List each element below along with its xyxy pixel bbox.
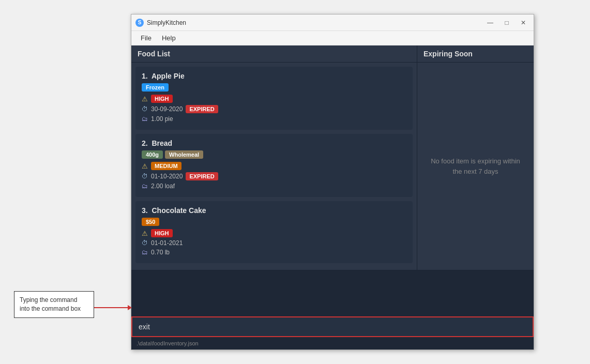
food-item-1-tags: Frozen: [142, 83, 406, 92]
clock-icon: ⏱: [142, 105, 148, 113]
tag-s50: $50: [142, 218, 159, 226]
food-item-2: 2. Bread 400g Wholemeal ⚠ MEDIUM ⏱: [135, 134, 413, 197]
priority-icon: ⚠: [142, 162, 148, 170]
app-window: S SimplyKitchen — □ ✕ File Help Food Lis…: [131, 14, 534, 350]
box-icon: 🗂: [142, 183, 148, 190]
app-logo: S: [135, 19, 144, 27]
maximize-button[interactable]: □: [501, 18, 513, 28]
command-input[interactable]: [132, 317, 533, 336]
food-item-3-qty: 🗂 0.70 lb: [142, 249, 406, 256]
food-item-3-qty-value: 0.70 lb: [151, 249, 170, 256]
food-item-2-date-value: 01-10-2020: [151, 173, 183, 180]
expired-badge: EXPIRED: [186, 172, 218, 180]
logo-letter: S: [138, 20, 142, 25]
close-button[interactable]: ✕: [517, 18, 530, 28]
window-controls: — □ ✕: [484, 18, 530, 28]
status-path: .\data\foodInventory.json: [137, 340, 199, 346]
food-item-1-qty-value: 1.00 pie: [151, 115, 173, 123]
food-item-1-qty: 🗂 1.00 pie: [142, 115, 406, 123]
food-item-1-priority: ⚠ HIGH: [142, 95, 406, 103]
food-item-3-date-value: 01-01-2021: [151, 239, 183, 247]
callout-text: Typing the command into the command box: [20, 296, 81, 312]
status-bar: .\data\foodInventory.json: [131, 337, 534, 350]
menu-bar: File Help: [131, 31, 534, 46]
food-item-1-date-value: 30-09-2020: [151, 105, 183, 113]
food-item-1-name: 1. Apple Pie: [142, 72, 406, 80]
app-title: SimplyKitchen: [147, 19, 484, 26]
food-item-3-index: 3.: [142, 206, 150, 215]
expiring-panel: Expiring Soon No food item is expiring w…: [417, 46, 534, 270]
tag-400g: 400g: [142, 150, 163, 159]
box-icon: 🗂: [142, 249, 148, 256]
output-area: [131, 270, 534, 316]
expiring-content: No food item is expiring within the next…: [417, 63, 534, 270]
tag-frozen: Frozen: [142, 83, 169, 92]
panels: Food List 1. Apple Pie Frozen ⚠: [131, 46, 534, 270]
food-item-2-index: 2.: [142, 139, 150, 147]
expired-badge: EXPIRED: [186, 105, 218, 113]
arrow-line: [94, 307, 128, 308]
minimize-button[interactable]: —: [484, 18, 496, 28]
expiring-empty-text: No food item is expiring within the next…: [428, 156, 523, 176]
clock-icon: ⏱: [142, 239, 148, 247]
food-list-panel: Food List 1. Apple Pie Frozen ⚠: [131, 46, 417, 270]
food-list-scroll[interactable]: 1. Apple Pie Frozen ⚠ HIGH ⏱ 30-09-20: [131, 63, 417, 270]
food-item-3: 3. Chocolate Cake $50 ⚠ HIGH ⏱ 01-01-: [135, 201, 413, 263]
food-item-2-priority: ⚠ MEDIUM: [142, 162, 406, 170]
food-item-1-date: ⏱ 30-09-2020 EXPIRED: [142, 105, 406, 113]
food-item-3-priority: ⚠ HIGH: [142, 229, 406, 237]
main-content: Food List 1. Apple Pie Frozen ⚠: [131, 46, 534, 350]
menu-file[interactable]: File: [135, 32, 157, 44]
arrow-head: [128, 305, 132, 310]
command-box-wrapper: [131, 316, 534, 337]
callout-box: Typing the command into the command box: [14, 291, 94, 318]
food-item-2-name: 2. Bread: [142, 139, 406, 147]
food-list-header: Food List: [131, 46, 417, 63]
callout-arrow: [94, 305, 132, 310]
food-item-3-tags: $50: [142, 218, 406, 226]
food-item-1-index: 1.: [142, 72, 150, 80]
menu-help[interactable]: Help: [157, 32, 181, 44]
title-bar: S SimplyKitchen — □ ✕: [131, 14, 534, 31]
priority-icon: ⚠: [142, 95, 148, 103]
expiring-header: Expiring Soon: [417, 46, 534, 63]
priority-icon: ⚠: [142, 230, 148, 237]
food-item-2-qty: 🗂 2.00 loaf: [142, 183, 406, 190]
food-item-3-date: ⏱ 01-01-2021: [142, 239, 406, 247]
priority-badge: HIGH: [151, 229, 173, 237]
callout: Typing the command into the command box: [14, 291, 94, 318]
priority-badge: HIGH: [151, 95, 173, 103]
clock-icon: ⏱: [142, 173, 148, 180]
priority-badge: MEDIUM: [151, 162, 181, 170]
box-icon: 🗂: [142, 115, 148, 123]
food-item-2-qty-value: 2.00 loaf: [151, 183, 175, 190]
tag-wholemeal: Wholemeal: [165, 150, 203, 159]
food-item-3-name: 3. Chocolate Cake: [142, 206, 406, 215]
food-item-1: 1. Apple Pie Frozen ⚠ HIGH ⏱ 30-09-20: [135, 67, 413, 130]
food-item-2-tags: 400g Wholemeal: [142, 150, 406, 159]
food-item-2-date: ⏱ 01-10-2020 EXPIRED: [142, 172, 406, 180]
